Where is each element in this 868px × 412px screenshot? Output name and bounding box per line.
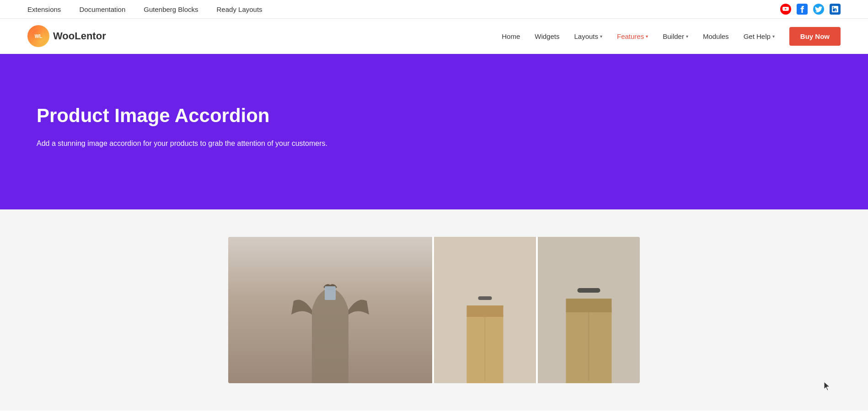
facebook-icon[interactable]: [797, 4, 808, 15]
content-section: [0, 209, 868, 411]
hero-title: Product Image Accordion: [37, 105, 270, 127]
top-bar: Extensions Documentation Gutenberg Block…: [0, 0, 868, 19]
svg-rect-5: [478, 296, 492, 300]
topnav-item-gutenberg[interactable]: Gutenberg Blocks: [144, 5, 198, 13]
youtube-icon[interactable]: [780, 4, 791, 15]
svg-rect-2: [325, 286, 336, 300]
accordion-panel-3: [538, 237, 640, 383]
svg-text:WL: WL: [35, 33, 43, 39]
top-navigation: Extensions Documentation Gutenberg Block…: [27, 5, 263, 13]
get-help-chevron-icon: ▾: [772, 34, 775, 39]
topnav-item-extensions[interactable]: Extensions: [27, 5, 61, 13]
svg-rect-9: [578, 288, 600, 293]
layouts-chevron-icon: ▾: [600, 34, 602, 39]
logo-text: WooLentor: [53, 30, 106, 42]
topnav-item-ready-layouts[interactable]: Ready Layouts: [217, 5, 263, 13]
linkedin-icon[interactable]: [830, 4, 841, 15]
logo[interactable]: WL WooLentor: [27, 25, 106, 47]
accordion-panel-1: [228, 237, 432, 383]
nav-item-get-help[interactable]: Get Help ▾: [744, 32, 775, 40]
svg-rect-8: [566, 299, 612, 312]
logo-icon: WL: [27, 25, 49, 47]
hero-description: Add a stunning image accordion for your …: [37, 138, 327, 150]
social-icons-group: [780, 4, 841, 15]
features-chevron-icon: ▾: [646, 34, 648, 39]
accordion-panel-2: [434, 237, 536, 383]
nav-item-home[interactable]: Home: [502, 32, 520, 40]
nav-item-features[interactable]: Features ▾: [617, 32, 648, 40]
nav-item-layouts[interactable]: Layouts ▾: [574, 32, 602, 40]
main-nav-links: Home Widgets Layouts ▾ Features ▾ Builde…: [502, 27, 841, 46]
nav-item-builder[interactable]: Builder ▾: [663, 32, 688, 40]
builder-chevron-icon: ▾: [686, 34, 688, 39]
nav-item-modules[interactable]: Modules: [703, 32, 729, 40]
topnav-item-documentation[interactable]: Documentation: [79, 5, 125, 13]
accordion-preview: [228, 237, 640, 383]
svg-rect-4: [467, 305, 504, 317]
twitter-icon[interactable]: [813, 4, 824, 15]
main-navigation: WL WooLentor Home Widgets Layouts ▾ Feat…: [0, 19, 868, 54]
hero-section: Product Image Accordion Add a stunning i…: [0, 54, 868, 209]
buy-now-button[interactable]: Buy Now: [789, 27, 841, 46]
nav-item-widgets[interactable]: Widgets: [535, 32, 559, 40]
